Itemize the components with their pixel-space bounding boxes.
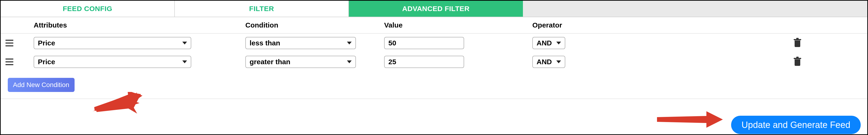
- attribute-value: Price: [38, 58, 55, 66]
- tab-filter[interactable]: FILTER: [175, 1, 349, 17]
- header-condition: Condition: [245, 21, 384, 29]
- condition-row: Price less than 50 AND: [1, 34, 867, 53]
- svg-marker-3: [657, 111, 723, 128]
- header-attributes: Attributes: [29, 21, 245, 29]
- operator-select[interactable]: AND: [532, 56, 565, 68]
- tab-advanced-filter[interactable]: ADVANCED FILTER: [349, 1, 523, 17]
- value-text: 50: [389, 39, 396, 47]
- condition-value: greater than: [250, 58, 290, 66]
- tab-feed-config[interactable]: FEED CONFIG: [1, 1, 175, 17]
- value-input[interactable]: 50: [384, 37, 464, 49]
- chevron-down-icon: [182, 61, 187, 63]
- chevron-down-icon: [556, 61, 561, 63]
- delete-row-button[interactable]: [794, 58, 801, 66]
- delete-row-button[interactable]: [794, 39, 801, 47]
- chevron-down-icon: [556, 42, 561, 44]
- header-value: Value: [384, 21, 532, 29]
- annotation-arrow: [657, 111, 723, 128]
- tabs-spacer: [523, 1, 867, 17]
- column-headers: Attributes Condition Value Operator: [1, 17, 867, 34]
- operator-value: AND: [536, 39, 552, 47]
- attribute-select[interactable]: Price: [34, 37, 191, 49]
- value-text: 25: [389, 58, 396, 66]
- add-new-condition-button[interactable]: Add New Condition: [8, 78, 74, 92]
- chevron-down-icon: [347, 42, 352, 44]
- condition-select[interactable]: greater than: [245, 56, 356, 68]
- value-input[interactable]: 25: [384, 56, 464, 68]
- header-operator: Operator: [532, 21, 732, 29]
- drag-handle-icon[interactable]: [5, 40, 13, 46]
- condition-row: Price greater than 25 AND: [1, 53, 867, 71]
- attribute-select[interactable]: Price: [34, 56, 191, 68]
- chevron-down-icon: [347, 61, 352, 63]
- drag-handle-icon[interactable]: [5, 59, 13, 65]
- attribute-value: Price: [38, 39, 55, 47]
- condition-select[interactable]: less than: [245, 37, 356, 49]
- operator-select[interactable]: AND: [532, 37, 565, 49]
- condition-value: less than: [250, 39, 280, 47]
- update-and-generate-feed-button[interactable]: Update and Generate Feed: [731, 116, 861, 134]
- operator-value: AND: [536, 58, 552, 66]
- chevron-down-icon: [182, 42, 187, 44]
